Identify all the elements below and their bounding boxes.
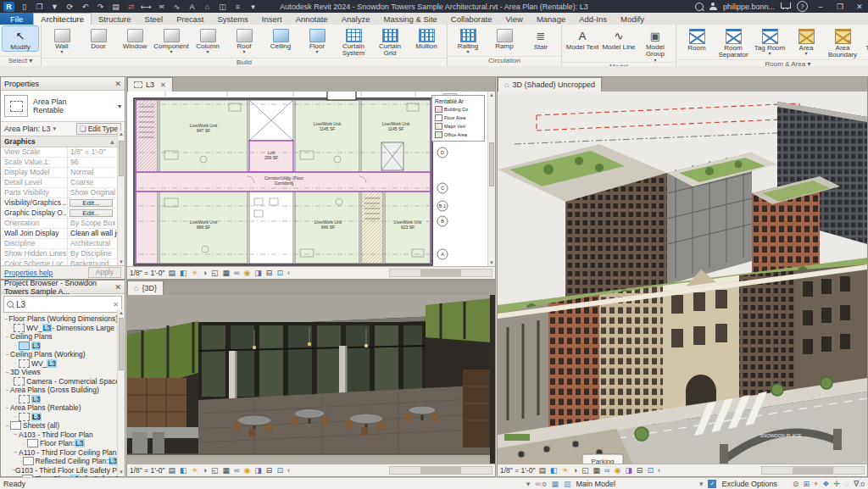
ribbon-tab-steel[interactable]: Steel [138,13,170,25]
ribbon-tab-systems[interactable]: Systems [210,13,254,25]
dropdown-caret-icon[interactable]: ▾ [315,50,318,53]
property-value[interactable]: Normal [68,168,118,177]
room-area-value[interactable]: 889 SF [197,225,210,230]
signed-in-user[interactable]: philippe.bonn... [723,3,775,11]
wall-button[interactable]: Wall▾ [44,26,80,53]
ribbon-tab-collaborate[interactable]: Collaborate [444,13,499,25]
restore-button[interactable]: ❐ [833,3,847,11]
browser-item[interactable]: −Floor Plans (Working Dimensions) [1,314,118,324]
plan-horizontal-scrollbar[interactable] [389,269,492,277]
properties-close-icon[interactable]: ✕ [114,80,121,88]
project-browser-close-icon[interactable]: ✕ [114,283,121,292]
home-icon[interactable]: ⌂ [134,284,138,292]
sun-path-icon[interactable]: ☀ [191,466,198,475]
interior-horizontal-scrollbar[interactable] [389,466,492,475]
room-area-value[interactable]: Corridors) [275,181,294,186]
property-edit-button[interactable]: Edit... [70,209,113,217]
print-icon[interactable]: ▤ [110,2,121,12]
show-crop-icon[interactable]: ▦ [593,466,601,475]
detail-level-icon[interactable]: ▤ [538,466,546,475]
worksharing-status-icon[interactable]: ∞:0 [535,480,546,488]
properties-scrollbar[interactable]: ▲▼ [117,131,125,266]
browser-item[interactable]: ·WV_L3 - Dimensions Large Scale [1,324,118,333]
visual-style-icon[interactable]: ◧ [180,466,187,475]
tree-expander-icon[interactable]: − [12,449,19,455]
property-value[interactable]: Coarse [68,178,118,187]
ribbon-tab-manage[interactable]: Manage [530,13,572,25]
tree-expander-icon[interactable]: · [12,396,19,402]
reveal-hidden-icon[interactable]: ◉ [243,269,250,277]
browser-item[interactable]: ·L3 [1,395,118,404]
browser-item[interactable]: −Ceiling Plans (Working) [1,350,118,359]
ribbon-tab-view[interactable]: View [498,13,529,25]
mullion-button[interactable]: Mullion [409,26,444,50]
ribbon-tab-annotate[interactable]: Annotate [289,13,335,25]
tag-area-button[interactable]: ▸Tag Area▾ [861,26,868,55]
temporary-hide-icon[interactable]: ∞ [234,466,239,475]
clear-search-icon[interactable]: ✕ [113,301,119,308]
interior-scale-label[interactable]: 1/8" = 1'-0" [130,466,164,475]
modify-button[interactable]: ↖Modify [3,26,38,51]
save-icon[interactable]: ▼ [49,2,60,12]
section-icon[interactable]: ◫ [217,2,228,12]
browser-search-input[interactable]: L3 [16,300,25,309]
browser-item[interactable]: ·L3 [1,342,118,351]
door-button[interactable]: Door [81,26,116,50]
area-button[interactable]: Area▾ [788,26,824,55]
dropdown-caret-icon[interactable]: ▾ [466,50,469,53]
show-crop-icon[interactable]: ▦ [223,466,231,475]
shaded-canvas[interactable]: Parking SNOWDON PLACE [498,92,867,464]
browser-scrollbar[interactable]: ▲▼ [117,309,125,476]
expand-icon[interactable]: ‹ [287,269,290,277]
area-boundary-button[interactable]: ✎Area Boundary [825,26,860,59]
dropdown-caret-icon[interactable]: ▾ [242,50,245,53]
visual-style-icon[interactable]: ◧ [180,269,187,277]
color-scheme-legend[interactable]: Rentable Ar Building CoFloor AreaMajor V… [431,95,485,142]
browser-item[interactable]: −A103 - Third Floor Plan [1,431,118,440]
model-line-button[interactable]: ∿Model Line [601,26,637,51]
text-icon[interactable]: A [186,2,198,12]
tree-expander-icon[interactable]: − [3,334,10,340]
crop-view-icon[interactable]: ◱ [581,466,589,475]
window-button[interactable]: Window [117,26,153,50]
thin-lines-icon[interactable]: ≡ [232,2,243,12]
interior-view-tab[interactable]: ⌂ {3D} [127,281,164,295]
worksets-caret-icon[interactable]: ▾ [526,480,531,488]
aligned-dimension-icon[interactable]: ≍ [156,2,167,12]
property-edit-button[interactable]: Edit... [70,199,113,207]
default-3d-view-icon[interactable]: ⌂ [202,2,213,12]
roof-button[interactable]: Roof▾ [226,26,262,53]
browser-item[interactable]: −Area Plans (Gross Building) [1,386,118,395]
new-file-icon[interactable]: ▯ [19,2,30,12]
detail-level-icon[interactable]: ▤ [168,269,175,277]
detail-level-icon[interactable]: ▤ [168,466,175,475]
ribbon-tab-insert[interactable]: Insert [255,13,289,25]
dropdown-caret-icon[interactable]: ▾ [206,50,209,53]
tree-expander-icon[interactable]: · [12,360,19,366]
customize-qat-icon[interactable]: ▾ [248,2,259,12]
shadows-icon[interactable]: ◑ [203,466,207,475]
browser-item[interactable]: −3D Views [1,368,118,377]
shadows-icon[interactable]: ◑ [573,466,577,475]
app-store-cart-icon[interactable] [781,3,791,8]
room-area-value[interactable]: 846 SF [321,225,335,230]
properties-help-link[interactable]: Properties help [4,269,53,277]
design-option-select[interactable]: Main Model▾ [576,480,703,488]
reveal-hidden-icon[interactable]: ◉ [614,466,620,475]
redo-icon[interactable]: ↷ [95,2,106,12]
shadows-icon[interactable]: ◑ [203,269,207,277]
dropdown-caret-icon[interactable]: ▾ [170,50,172,53]
exclude-options-label[interactable]: Exclude Options [721,480,777,488]
browser-item[interactable]: ·Reflected Ceiling Plan: L3 [1,457,118,466]
constraints-icon[interactable]: ⊡ [276,269,283,277]
type-selector-caret-icon[interactable]: ▾ [118,103,121,110]
apply-button[interactable]: Apply [88,267,121,278]
model-group-button[interactable]: ▣Model Group▾ [637,26,673,62]
browser-item[interactable]: ·WV_L3 [1,359,118,369]
graphics-section-header[interactable]: Graphics [4,136,36,147]
tree-expander-icon[interactable]: − [3,370,10,375]
property-value[interactable]: Architectural [68,239,118,248]
select-by-face-icon[interactable]: ❖ [822,480,829,488]
ramp-button[interactable]: Ramp [487,26,522,50]
property-value[interactable]: 1/8" = 1'-0" [68,147,118,157]
